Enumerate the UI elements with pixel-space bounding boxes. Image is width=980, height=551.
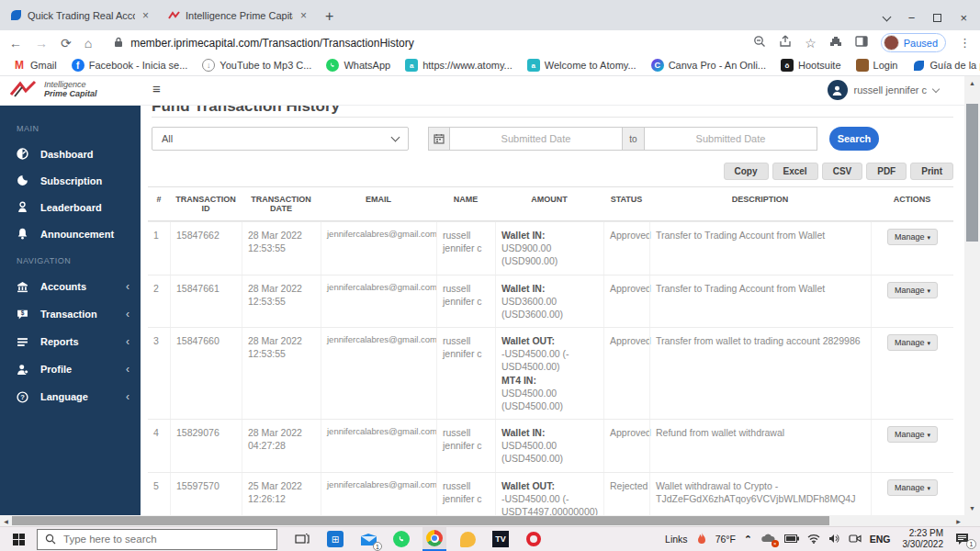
bookmark-item[interactable]: f Facebook - Inicia se...: [66, 57, 194, 73]
address-bar[interactable]: member.iprimecapital.com/Transaction/Tra…: [105, 35, 740, 51]
status-cell: Approved: [603, 420, 649, 472]
email-cell: jennifercalabres@gmail.com: [321, 328, 436, 419]
accounts-icon: [17, 281, 28, 293]
canva-icon: C: [651, 59, 664, 72]
volume-icon[interactable]: [828, 534, 840, 545]
taskbar-clock[interactable]: 2:23 PM3/30/2022: [899, 528, 948, 551]
wifi-icon[interactable]: [807, 534, 820, 545]
export-button[interactable]: Excel: [772, 163, 818, 180]
description-cell: Transfer to Trading Account from Wallet: [649, 222, 871, 275]
sidebar-item[interactable]: ? Language ‹: [0, 383, 141, 410]
honeygain-icon[interactable]: [456, 527, 479, 551]
manage-button[interactable]: Manage▾: [887, 426, 938, 443]
new-tab-button[interactable]: +: [316, 8, 344, 30]
notification-center-icon[interactable]: 1: [955, 533, 976, 546]
browser-tab[interactable]: Intelligence Prime Capital Fund T ×: [158, 0, 316, 30]
sidebar-item[interactable]: Subscription ‹: [0, 167, 141, 194]
restore-button[interactable]: [933, 14, 941, 22]
sidebar-item[interactable]: Dashboard ‹: [0, 141, 141, 167]
export-button[interactable]: Copy: [724, 163, 769, 180]
zoom-icon[interactable]: [753, 35, 766, 51]
transaction-id: 15829076: [170, 420, 242, 472]
sidebar-item[interactable]: Reports ‹: [0, 328, 141, 355]
taskbar-search[interactable]: [37, 529, 277, 550]
manage-button[interactable]: Manage▾: [887, 282, 938, 298]
export-button[interactable]: PDF: [866, 163, 907, 180]
user-menu[interactable]: russell jennifer c: [828, 80, 939, 100]
search-button[interactable]: Search: [829, 127, 879, 151]
mail-icon[interactable]: 1: [356, 527, 380, 551]
whatsapp-icon[interactable]: [389, 527, 413, 551]
reload-button[interactable]: ⟳: [61, 36, 72, 51]
microsoft-store-icon[interactable]: ⊞: [323, 527, 347, 551]
status-cell: Approved: [603, 222, 649, 275]
language-indicator[interactable]: ENG: [870, 534, 891, 545]
ipc-logo[interactable]: IntelligencePrime Capital: [9, 79, 97, 99]
bookmark-item[interactable]: a https://www.atomy...: [400, 57, 518, 73]
browser-menu-icon[interactable]: ⋮: [959, 36, 971, 50]
tab-close-icon[interactable]: ×: [299, 9, 309, 22]
share-icon[interactable]: [779, 35, 792, 51]
bookmark-item[interactable]: ō Hootsuite: [775, 57, 846, 73]
export-button[interactable]: CSV: [822, 163, 863, 180]
transaction-type-select[interactable]: All: [152, 127, 409, 151]
tab-close-icon[interactable]: ×: [141, 9, 151, 22]
tab-search-icon[interactable]: [882, 12, 891, 21]
transaction-id: 15847660: [170, 328, 242, 419]
start-button[interactable]: [0, 527, 37, 551]
vertical-scrollbar[interactable]: ▲ ▼: [964, 76, 980, 515]
date-from-input[interactable]: [450, 127, 623, 151]
sidebar-item[interactable]: Profile ‹: [0, 355, 141, 383]
temperature-label[interactable]: 76°F: [715, 534, 736, 545]
manage-button[interactable]: Manage▾: [887, 479, 938, 496]
meet-now-icon[interactable]: [849, 534, 862, 545]
tradingview-icon[interactable]: TV: [489, 527, 513, 551]
scroll-left-icon[interactable]: ◀: [0, 515, 12, 526]
weather-flame-icon[interactable]: [696, 532, 707, 547]
manage-button[interactable]: Manage▾: [887, 229, 938, 245]
links-toolbar-label[interactable]: Links: [665, 534, 688, 545]
bookmark-item[interactable]: Login: [850, 57, 904, 73]
scroll-down-icon[interactable]: ▼: [964, 501, 980, 515]
manage-button[interactable]: Manage▾: [887, 334, 938, 351]
bookmark-item[interactable]: a Welcome to Atomy...: [522, 57, 642, 73]
sidebar-section-label: NAVIGATION: [0, 247, 141, 273]
transaction-date: 25 Mar 202212:26:12: [242, 473, 321, 515]
sidebar-toggle-icon[interactable]: ≡: [152, 81, 161, 96]
bookmark-item[interactable]: Guía de la platafor...: [907, 57, 980, 73]
sidebar-item[interactable]: Announcement ‹: [0, 220, 141, 247]
extensions-icon[interactable]: [829, 35, 842, 51]
scroll-up-icon[interactable]: ▲: [964, 76, 980, 90]
scroll-right-icon[interactable]: ▶: [952, 515, 964, 526]
bookmark-item[interactable]: WhatsApp: [321, 57, 396, 73]
horizontal-scroll-thumb[interactable]: [12, 516, 829, 525]
minimize-button[interactable]: −: [908, 11, 916, 25]
export-button[interactable]: Print: [910, 163, 953, 180]
browser-tab[interactable]: Quick Trading Real Account | Poc ×: [0, 0, 158, 30]
opera-icon[interactable]: [522, 527, 546, 551]
horizontal-scrollbar[interactable]: ◀ ▶: [0, 515, 964, 526]
bookmark-item[interactable]: M Gmail: [7, 57, 62, 73]
sidebar-item[interactable]: Accounts ‹: [0, 273, 141, 300]
task-view-icon[interactable]: [290, 527, 314, 551]
status-cell: Approved: [603, 276, 649, 328]
sidebar-item[interactable]: Leaderboard ‹: [0, 194, 141, 220]
battery-icon[interactable]: [784, 534, 799, 545]
table-row: 2 15847661 28 Mar 202212:53:55 jenniferc…: [148, 275, 953, 328]
date-to-input[interactable]: [645, 127, 817, 151]
side-panel-icon[interactable]: [855, 35, 868, 51]
taskbar-search-input[interactable]: [63, 534, 247, 545]
bookmark-item[interactable]: ↓ YouTube to Mp3 C...: [197, 57, 317, 73]
bookmark-star-icon[interactable]: ☆: [805, 36, 817, 51]
home-button[interactable]: ⌂: [84, 36, 92, 51]
tray-expand-icon[interactable]: ⌃: [744, 534, 752, 545]
close-window-button[interactable]: ×: [960, 11, 967, 25]
profile-pill[interactable]: Paused: [881, 33, 946, 52]
chrome-icon[interactable]: [422, 527, 446, 551]
back-button[interactable]: ←: [9, 36, 22, 51]
onedrive-error-icon[interactable]: ×: [760, 533, 776, 545]
bookmark-item[interactable]: C Canva Pro - An Onli...: [646, 57, 772, 73]
forward-button[interactable]: →: [35, 36, 48, 51]
vertical-scroll-thumb[interactable]: [966, 104, 978, 242]
sidebar-item[interactable]: $ Transaction ‹: [0, 300, 141, 328]
